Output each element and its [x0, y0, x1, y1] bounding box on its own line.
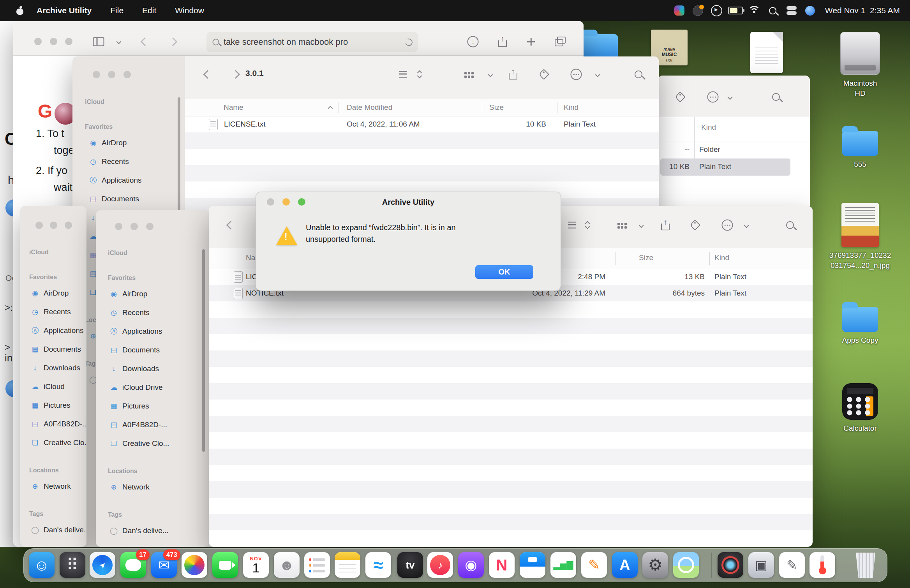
reload-icon[interactable] — [404, 37, 414, 47]
more-options-icon[interactable] — [571, 69, 582, 80]
file-row[interactable] — [209, 481, 813, 498]
dock-chart[interactable]: ▂▅▇ — [550, 552, 576, 578]
back-button[interactable] — [205, 71, 211, 77]
app-shortcut-icon[interactable] — [670, 0, 689, 21]
dock-system-settings[interactable]: ⚙ — [642, 552, 668, 578]
sidebar-item-network[interactable]: ⊕Network — [109, 478, 150, 496]
spotlight-icon[interactable] — [764, 0, 782, 21]
zoom-button[interactable] — [65, 38, 72, 45]
dock-finder[interactable]: ☺ — [29, 552, 55, 578]
finder-window-left[interactable]: iCloudFavorites◉AirDrop◷RecentsⒶApplicat… — [20, 206, 86, 547]
desktop-icon-macintosh-hd[interactable]: Macintosh HD — [838, 32, 883, 98]
sidebar-item-documents[interactable]: ▤Documents — [109, 341, 160, 359]
back-button[interactable] — [227, 222, 234, 228]
tag-icon[interactable] — [691, 221, 699, 229]
file-row[interactable] — [185, 132, 659, 149]
file-row[interactable] — [209, 530, 813, 547]
sidebar-item-airdrop[interactable]: ◉AirDrop — [88, 134, 127, 152]
dock-calendar[interactable]: NOV1 — [243, 552, 269, 578]
sidebar-item-pictures[interactable]: ▦Pictures — [109, 397, 149, 415]
column-header-date[interactable]: Date Modified — [347, 103, 392, 112]
desktop-icon-image-376913377[interactable]: 376913377_10232 031754...20_n.jpg — [836, 203, 884, 270]
dock-news[interactable]: N — [489, 552, 515, 578]
file-row[interactable] — [185, 165, 659, 181]
apple-menu-icon[interactable] — [16, 6, 23, 15]
tab-overview-button[interactable] — [556, 37, 563, 46]
chevron-down-icon[interactable] — [596, 75, 600, 77]
dock-keynote[interactable] — [520, 552, 545, 578]
file-row[interactable] — [209, 367, 813, 383]
downloads-button[interactable] — [467, 36, 479, 48]
file-row[interactable] — [209, 465, 813, 481]
sidebar-item-dan-s-delive[interactable]: ◯Dan's delive... — [109, 521, 169, 540]
chevron-down-icon[interactable] — [640, 225, 643, 227]
column-header-size[interactable]: Size — [639, 254, 653, 262]
dock-apple-tv[interactable]: tv — [397, 552, 423, 578]
share-icon[interactable] — [509, 69, 517, 80]
dock-preview[interactable] — [673, 552, 699, 578]
minimize-button[interactable] — [50, 38, 57, 45]
dock-textedit[interactable]: ✎ — [779, 552, 805, 578]
desktop-icon-document[interactable] — [747, 32, 786, 73]
desktop-icon-folder-555[interactable]: 555 — [838, 125, 882, 169]
search-icon[interactable] — [786, 221, 794, 229]
list-view-icon[interactable] — [399, 71, 407, 78]
control-center-icon[interactable] — [782, 0, 801, 21]
file-row[interactable] — [209, 498, 813, 514]
share-button[interactable] — [498, 37, 507, 47]
tag-icon[interactable] — [540, 70, 548, 78]
dock-messages[interactable]: 17 — [120, 552, 146, 578]
sidebar-item-documents[interactable]: ▤Documents — [88, 190, 139, 208]
dock-launchpad[interactable]: ⠿ — [60, 552, 85, 578]
focus-icon[interactable] — [689, 0, 707, 21]
sidebar-item-applications[interactable]: ⒶApplications — [30, 321, 83, 340]
back-button[interactable] — [142, 39, 148, 45]
sidebar-item-airdrop[interactable]: ◉AirDrop — [30, 284, 69, 303]
sidebar-item-airdrop[interactable]: ◉AirDrop — [109, 285, 147, 303]
forward-button[interactable] — [170, 39, 176, 45]
file-row[interactable] — [185, 149, 659, 165]
dock-contacts[interactable]: ☻ — [274, 552, 300, 578]
sidebar-item-applications[interactable]: ⒶApplications — [88, 171, 141, 190]
dock-trash[interactable] — [853, 552, 878, 578]
dock-reminders[interactable] — [304, 552, 330, 578]
menu-edit[interactable]: Edit — [133, 0, 166, 21]
blue-orb-icon[interactable] — [801, 0, 820, 21]
dock-app-store[interactable]: A — [612, 552, 638, 578]
desktop-icon-apps-copy[interactable]: Apps Copy — [838, 301, 882, 345]
dock-screen-window[interactable]: ▣ — [748, 552, 774, 578]
file-row[interactable] — [209, 350, 813, 367]
sort-icon[interactable] — [586, 222, 589, 229]
desktop-icon-calculator[interactable]: Calculator — [838, 383, 883, 433]
zoom-button[interactable] — [123, 71, 131, 78]
chevron-down-icon[interactable] — [489, 75, 492, 77]
sidebar-item-downloads[interactable]: ↓Downloads — [30, 359, 80, 377]
close-button[interactable] — [93, 71, 100, 78]
file-row[interactable] — [209, 334, 813, 350]
sidebar-item-icloud-drive[interactable]: ☁iCloud Drive — [109, 378, 162, 397]
share-icon[interactable] — [661, 220, 670, 231]
sidebar-item-recents[interactable]: ◷Recents — [30, 303, 71, 321]
column-header-kind[interactable]: Kind — [714, 254, 729, 262]
sidebar-item-network[interactable]: ⊕Network — [30, 477, 71, 496]
wifi-icon[interactable] — [745, 0, 764, 21]
minimize-button[interactable] — [108, 71, 115, 78]
menu-file[interactable]: File — [101, 0, 133, 21]
column-header-size[interactable]: Size — [489, 103, 504, 112]
dock-camera[interactable] — [718, 552, 743, 578]
desktop-icon-folder-top[interactable] — [580, 28, 619, 59]
file-row[interactable] — [209, 318, 813, 334]
dock-mail[interactable]: ✉473 — [151, 552, 177, 578]
file-row[interactable] — [185, 116, 659, 132]
sidebar-item-downloads[interactable]: ↓Downloads — [109, 359, 159, 378]
battery-icon[interactable] — [726, 0, 745, 21]
sidebar-item-recents[interactable]: ◷Recents — [88, 152, 129, 171]
play-icon[interactable] — [707, 0, 726, 21]
dock-photos[interactable] — [182, 552, 207, 578]
column-header-name[interactable]: Name — [224, 103, 243, 112]
file-row[interactable] — [209, 449, 813, 465]
sidebar-toggle-icon[interactable] — [93, 37, 104, 46]
finder-window-fragment[interactable]: Kind --Folder10 KBPlain Text — [658, 76, 810, 206]
menu-app-name[interactable]: Archive Utility — [27, 0, 101, 21]
sidebar-item-a0f4b82d[interactable]: ▤A0F4B82D-... — [109, 415, 167, 434]
